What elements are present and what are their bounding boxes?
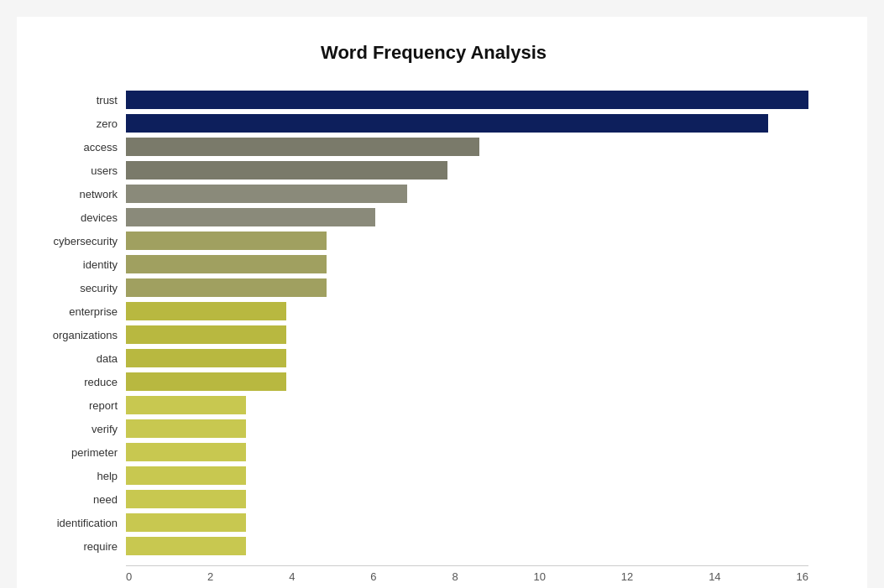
bar-wrapper <box>126 347 808 369</box>
x-axis-tick: 2 <box>207 570 213 583</box>
bar-fill <box>126 325 286 344</box>
x-axis-tick: 12 <box>621 570 633 583</box>
bar-fill <box>126 91 808 109</box>
bar-wrapper <box>126 465 808 487</box>
bar-fill <box>126 513 246 532</box>
bar-row: data <box>126 347 808 369</box>
bar-label: perimeter <box>34 446 126 459</box>
bar-wrapper <box>126 253 808 275</box>
bar-fill <box>126 396 246 414</box>
bar-row: access <box>126 136 808 158</box>
bar-label: users <box>34 164 126 177</box>
bar-fill <box>126 419 246 438</box>
bar-wrapper <box>126 159 808 181</box>
bar-wrapper <box>126 394 808 416</box>
bar-row: zero <box>126 112 808 134</box>
chart-title: Word Frequency Analysis <box>34 42 834 64</box>
bar-fill <box>126 255 327 273</box>
bar-label: verify <box>34 423 126 435</box>
bar-row: need <box>126 488 808 510</box>
chart-container: Word Frequency Analysis trustzeroaccessu… <box>17 17 867 588</box>
bar-row: network <box>126 183 808 205</box>
bar-fill <box>126 161 447 180</box>
bar-wrapper <box>126 535 808 557</box>
bar-row: users <box>126 159 808 181</box>
bar-wrapper <box>126 441 808 463</box>
bar-wrapper <box>126 206 808 228</box>
bar-row: perimeter <box>126 441 808 463</box>
bar-label: enterprise <box>34 305 126 318</box>
bar-fill <box>126 208 375 226</box>
bar-row: require <box>126 535 808 557</box>
bar-row: devices <box>126 206 808 228</box>
x-axis-tick: 16 <box>796 570 808 583</box>
bar-label: need <box>34 493 126 506</box>
bar-label: network <box>34 188 126 200</box>
bar-wrapper <box>126 230 808 252</box>
x-axis-tick: 8 <box>452 570 458 583</box>
bar-label: trust <box>34 94 126 107</box>
bar-label: report <box>34 399 126 412</box>
bar-row: organizations <box>126 324 808 346</box>
bar-label: security <box>34 282 126 294</box>
x-axis-tick: 0 <box>126 570 132 583</box>
bar-label: help <box>34 470 126 482</box>
bar-fill <box>126 114 768 133</box>
x-axis-line <box>126 565 808 566</box>
bar-fill <box>126 443 246 461</box>
bar-label: reduce <box>34 376 126 388</box>
bar-label: identification <box>34 517 126 529</box>
bar-wrapper <box>126 183 808 205</box>
bar-label: require <box>34 540 126 553</box>
bar-label: identity <box>34 258 126 271</box>
bar-label: access <box>34 141 126 154</box>
bar-fill <box>126 232 327 250</box>
bar-row: cybersecurity <box>126 230 808 252</box>
bar-wrapper <box>126 512 808 533</box>
bar-wrapper <box>126 277 808 299</box>
bar-wrapper <box>126 371 808 393</box>
x-axis-ticks: 0246810121416 <box>126 570 808 583</box>
bar-fill <box>126 138 479 156</box>
bar-fill <box>126 278 327 297</box>
bar-fill <box>126 349 286 367</box>
bar-row: trust <box>126 89 808 111</box>
bar-row: identification <box>126 512 808 533</box>
bar-fill <box>126 466 246 485</box>
bar-wrapper <box>126 488 808 510</box>
bar-wrapper <box>126 89 808 111</box>
bar-fill <box>126 302 286 320</box>
bar-row: identity <box>126 253 808 275</box>
bar-row: help <box>126 465 808 487</box>
bar-row: report <box>126 394 808 416</box>
bar-label: organizations <box>34 329 126 341</box>
bar-wrapper <box>126 300 808 322</box>
bar-label: devices <box>34 211 126 224</box>
bar-fill <box>126 372 286 391</box>
bar-wrapper <box>126 418 808 440</box>
bar-fill <box>126 185 407 203</box>
bar-wrapper <box>126 136 808 158</box>
bar-row: reduce <box>126 371 808 393</box>
bar-fill <box>126 490 246 508</box>
bar-wrapper <box>126 112 808 134</box>
x-axis-area: 0246810121416 Frequency <box>126 565 808 588</box>
x-axis-tick: 4 <box>289 570 295 583</box>
bar-label: data <box>34 352 126 365</box>
bar-row: verify <box>126 418 808 440</box>
x-axis-tick: 10 <box>533 570 545 583</box>
x-axis-tick: 6 <box>370 570 376 583</box>
bar-fill <box>126 537 246 555</box>
bar-wrapper <box>126 324 808 346</box>
bar-row: enterprise <box>126 300 808 322</box>
chart-area: trustzeroaccessusersnetworkdevicescybers… <box>126 89 808 559</box>
bar-label: zero <box>34 117 126 130</box>
bar-row: security <box>126 277 808 299</box>
bar-label: cybersecurity <box>34 235 126 247</box>
x-axis-tick: 14 <box>709 570 720 583</box>
